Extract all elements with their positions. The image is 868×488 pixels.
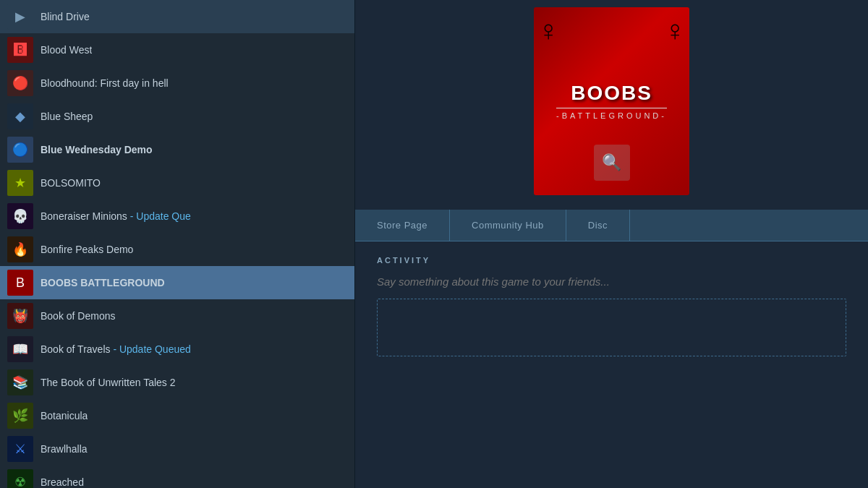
silhouette-right-icon: ♀	[664, 14, 686, 47]
game-name-blue-sheep: Blue Sheep	[41, 111, 93, 122]
game-list: ▶Blind Drive🅱Blood West🔴Bloodhound: Firs…	[0, 0, 354, 488]
update-badge-boneraiser: - Update Que	[127, 210, 191, 222]
activity-section: ACTIVITY	[355, 241, 868, 488]
game-item-book-of-travels[interactable]: 📖Book of Travels - Update Queued	[0, 333, 354, 366]
game-icon-book-of-travels: 📖	[7, 336, 33, 362]
game-name-link-book-of-travels: Book of Travels	[41, 343, 111, 355]
game-item-blue-sheep[interactable]: ◆Blue Sheep	[0, 100, 354, 133]
game-icon-bloodhound: 🔴	[7, 70, 33, 96]
game-item-book-of-demons[interactable]: 👹Book of Demons	[0, 299, 354, 333]
search-icon: 🔍	[594, 145, 630, 181]
game-name-botanicula: Botanicula	[41, 410, 88, 421]
tab-community-hub[interactable]: Community Hub	[450, 210, 566, 241]
game-item-botanicula[interactable]: 🌿Botanicula	[0, 399, 354, 432]
game-icon-boobs-battleground: B	[7, 270, 33, 296]
game-item-blood-west[interactable]: 🅱Blood West	[0, 33, 354, 67]
game-icon-brawlhalla: ⚔	[7, 436, 33, 462]
game-name-blood-west: Blood West	[41, 44, 92, 56]
game-cover-title: BOOBS	[571, 82, 652, 105]
game-item-bonfire-peaks[interactable]: 🔥Bonfire Peaks Demo	[0, 233, 354, 266]
game-name-bloodhound: Bloodhound: First day in hell	[41, 77, 169, 89]
game-icon-book-of-unwritten: 📚	[7, 369, 33, 395]
tab-disc[interactable]: Disc	[566, 210, 630, 241]
game-icon-blood-west: 🅱	[7, 37, 33, 63]
game-icon-bonfire-peaks: 🔥	[7, 236, 33, 262]
nav-tabs: Store PageCommunity HubDisc	[355, 210, 868, 241]
game-icon-blue-wednesday: 🔵	[7, 137, 33, 163]
game-item-blind-drive[interactable]: ▶Blind Drive	[0, 0, 354, 33]
game-icon-botanicula: 🌿	[7, 403, 33, 429]
game-item-brawlhalla[interactable]: ⚔Brawlhalla	[0, 432, 354, 466]
game-icon-blue-sheep: ◆	[7, 103, 33, 129]
game-icon-boneraiser: 💀	[7, 203, 33, 229]
game-name-boobs-battleground: BOOBS BATTLEGROUND	[41, 277, 165, 288]
game-item-boobs-battleground[interactable]: BBOOBS BATTLEGROUND	[0, 266, 354, 299]
game-name-book-of-unwritten: The Book of Unwritten Tales 2	[41, 377, 176, 388]
game-cover: ♀ ♀ BOOBS -BATTLEGROUND- 🔍	[534, 7, 689, 195]
game-item-bolsomito[interactable]: ★BOLSOMITO	[0, 166, 354, 200]
game-name-book-of-travels: Book of Travels - Update Queued	[41, 343, 191, 355]
tab-store-page[interactable]: Store Page	[355, 210, 450, 241]
right-panel: ♀ ♀ BOOBS -BATTLEGROUND- 🔍 Store PageCom…	[355, 0, 868, 488]
game-name-book-of-demons: Book of Demons	[41, 310, 116, 322]
game-icon-blind-drive: ▶	[7, 4, 33, 30]
game-item-blue-wednesday[interactable]: 🔵Blue Wednesday Demo	[0, 133, 354, 166]
silhouette-left-icon: ♀	[537, 14, 559, 47]
update-badge-book-of-travels: - Update Queued	[111, 343, 191, 355]
game-icon-breached: ☢	[7, 469, 33, 488]
game-name-breached: Breached	[41, 476, 84, 488]
game-cover-subtitle: -BATTLEGROUND-	[556, 108, 667, 120]
game-list-panel: ▶Blind Drive🅱Blood West🔴Bloodhound: Firs…	[0, 0, 354, 488]
game-item-boneraiser[interactable]: 💀Boneraiser Minions - Update Que	[0, 200, 354, 233]
activity-box	[377, 299, 846, 356]
game-name-bolsomito: BOLSOMITO	[41, 177, 101, 189]
game-header: ♀ ♀ BOOBS -BATTLEGROUND- 🔍	[355, 0, 868, 210]
activity-input[interactable]	[377, 275, 846, 288]
game-name-blind-drive: Blind Drive	[41, 11, 90, 22]
game-name-bonfire-peaks: Bonfire Peaks Demo	[41, 244, 133, 255]
activity-label: ACTIVITY	[377, 256, 846, 265]
game-icon-book-of-demons: 👹	[7, 303, 33, 329]
game-item-breached[interactable]: ☢Breached	[0, 466, 354, 488]
game-item-book-of-unwritten[interactable]: 📚The Book of Unwritten Tales 2	[0, 366, 354, 399]
game-name-brawlhalla: Brawlhalla	[41, 443, 88, 455]
game-name-boneraiser: Boneraiser Minions - Update Que	[41, 210, 191, 222]
game-icon-bolsomito: ★	[7, 170, 33, 196]
game-name-link-boneraiser: Boneraiser Minions	[41, 210, 127, 222]
game-name-blue-wednesday: Blue Wednesday Demo	[41, 144, 153, 155]
game-item-bloodhound[interactable]: 🔴Bloodhound: First day in hell	[0, 67, 354, 100]
